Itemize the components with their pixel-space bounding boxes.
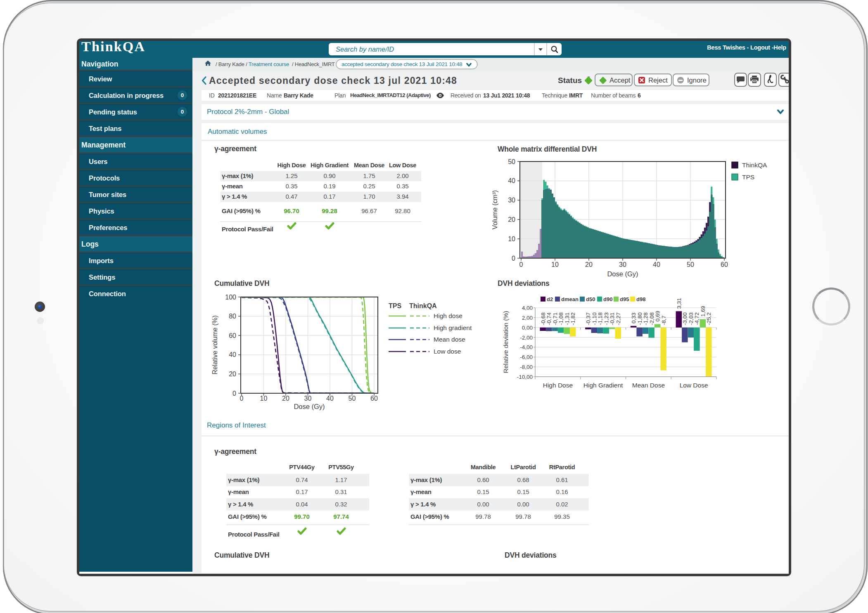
svg-text:Mean Dose: Mean Dose [632,382,665,389]
svg-text:0: 0 [240,395,244,402]
svg-text:20: 20 [229,371,236,378]
svg-text:Volume (cm³): Volume (cm³) [491,190,498,229]
svg-text:Relative volume (%): Relative volume (%) [211,315,218,374]
svg-text:-4,00: -4,00 [520,344,533,350]
svg-text:50: 50 [687,261,694,268]
svg-text:0,69: 0,69 [655,311,661,321]
svg-text:-0,68: -0,68 [540,312,546,325]
svg-text:0,33: 0,33 [631,313,637,323]
svg-text:40: 40 [229,351,236,358]
svg-text:0: 0 [512,255,515,262]
svg-text:-4,72: -4,72 [694,312,700,325]
svg-text:-1,28: -1,28 [643,312,649,325]
svg-text:3,31: 3,31 [676,298,682,309]
svg-text:30: 30 [508,197,515,204]
svg-text:-1,10: -1,10 [591,312,598,325]
svg-text:High gradient: High gradient [434,324,472,331]
svg-text:-0,74: -0,74 [546,312,552,325]
svg-text:-0,71: -0,71 [552,312,558,325]
svg-text:High Gradient: High Gradient [583,382,623,389]
svg-text:30: 30 [619,261,626,268]
svg-text:TPS: TPS [389,302,401,309]
svg-text:-2,08: -2,08 [649,312,655,325]
svg-text:40: 40 [653,261,660,268]
svg-text:-0,31: -0,31 [609,312,615,325]
svg-text:High Dose: High Dose [543,382,573,389]
svg-text:ThinkQA: ThinkQA [742,162,767,169]
svg-text:-0,37: -0,37 [585,312,591,325]
svg-text:10: 10 [551,261,559,268]
svg-text:-3,00: -3,00 [682,312,688,325]
svg-text:d50: d50 [586,296,595,302]
svg-text:0: 0 [519,261,523,268]
svg-text:-1,18: -1,18 [597,312,603,325]
svg-text:20: 20 [282,395,289,402]
svg-text:2,00: 2,00 [522,315,533,321]
svg-text:-10,00: -10,00 [517,374,533,380]
svg-text:ThinkQA: ThinkQA [409,302,437,309]
svg-text:-1,82: -1,82 [570,312,576,325]
svg-text:60: 60 [721,261,728,268]
svg-text:Dose (Gy): Dose (Gy) [607,270,638,278]
svg-text:-8,7: -8,7 [661,316,667,325]
svg-text:30: 30 [304,395,312,402]
svg-text:d2: d2 [547,296,553,302]
svg-text:0,00: 0,00 [522,325,533,331]
svg-text:60: 60 [370,395,378,402]
svg-text:60: 60 [229,332,236,339]
svg-text:100: 100 [225,294,236,301]
svg-text:20: 20 [508,216,515,223]
svg-text:-1,23: -1,23 [603,312,609,325]
svg-text:-6,00: -6,00 [520,354,533,360]
svg-text:40: 40 [326,395,334,402]
svg-text:-8,00: -8,00 [520,364,533,370]
svg-text:80: 80 [229,313,236,320]
svg-text:High dose: High dose [434,312,462,319]
svg-text:-25,2: -25,2 [706,312,712,325]
svg-text:d90: d90 [603,296,612,302]
svg-text:0: 0 [232,390,236,397]
svg-text:d95: d95 [620,296,629,302]
svg-text:Low dose: Low dose [434,348,461,355]
svg-text:-1,80: -1,80 [637,312,643,325]
svg-text:-2,03: -2,03 [688,312,694,325]
svg-text:50: 50 [508,158,515,165]
svg-text:Mean dose: Mean dose [434,336,465,343]
svg-text:-1,31: -1,31 [564,312,570,325]
svg-text:10: 10 [260,395,268,402]
svg-text:-1,08: -1,08 [558,312,564,325]
svg-text:Relative deviation (%): Relative deviation (%) [502,311,509,373]
svg-text:1,69: 1,69 [700,306,706,316]
svg-text:TPS: TPS [742,173,754,181]
svg-text:Dose (Gy): Dose (Gy) [294,403,325,410]
svg-text:dmean: dmean [561,296,579,302]
svg-text:-2,00: -2,00 [520,335,533,341]
svg-text:Low Dose: Low Dose [680,382,708,389]
svg-text:20: 20 [585,261,593,268]
svg-text:10: 10 [508,235,515,242]
svg-text:4,00: 4,00 [522,305,533,311]
svg-text:50: 50 [349,395,356,402]
svg-text:d98: d98 [636,296,645,302]
svg-text:-2,27: -2,27 [615,312,621,325]
svg-text:40: 40 [508,177,515,184]
